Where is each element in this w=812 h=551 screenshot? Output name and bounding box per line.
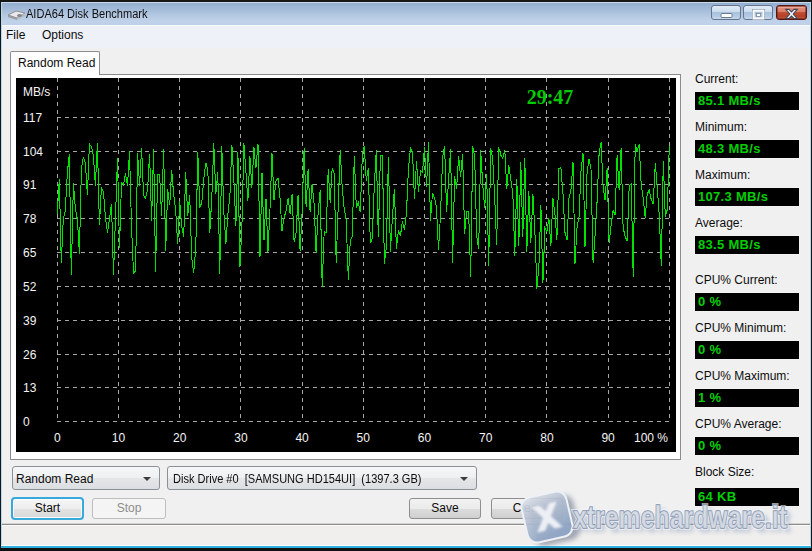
svg-text:65: 65: [23, 246, 37, 260]
svg-text:60: 60: [418, 431, 432, 445]
svg-text:MB/s: MB/s: [23, 85, 50, 99]
svg-text:80: 80: [540, 431, 554, 445]
svg-text:78: 78: [23, 212, 37, 226]
svg-text:104: 104: [23, 145, 43, 159]
svg-text:xtremehardware.it: xtremehardware.it: [573, 499, 787, 535]
svg-text:100 %: 100 %: [634, 431, 668, 445]
svg-text:20: 20: [173, 431, 187, 445]
svg-text:91: 91: [23, 178, 37, 192]
svg-text:29:47: 29:47: [527, 86, 574, 108]
svg-text:117: 117: [23, 111, 42, 125]
svg-text:52: 52: [23, 280, 37, 294]
svg-text:13: 13: [23, 381, 37, 395]
svg-text:40: 40: [295, 431, 309, 445]
svg-text:26: 26: [23, 348, 37, 362]
svg-text:0: 0: [54, 431, 61, 445]
svg-text:0: 0: [23, 415, 30, 429]
svg-text:50: 50: [357, 431, 371, 445]
svg-text:70: 70: [479, 431, 493, 445]
svg-text:39: 39: [23, 314, 37, 328]
svg-text:30: 30: [234, 431, 248, 445]
svg-text:10: 10: [112, 431, 126, 445]
svg-text:90: 90: [601, 431, 615, 445]
